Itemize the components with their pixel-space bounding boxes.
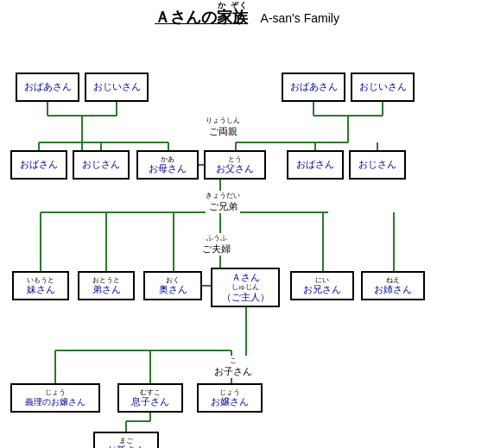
label-kyoudai: きょうだい ご兄弟: [206, 191, 240, 213]
label-okosan: こ お子さん: [214, 356, 252, 378]
title-area: Ａさんの家族か ぞく A-san's Family: [0, 0, 494, 28]
label-fuufu: ふうふ ご夫婦: [202, 233, 231, 256]
node-okusan: おく 奥さん: [143, 271, 202, 300]
node-asan: Ａさん しゅじん （ご主人）: [211, 268, 280, 307]
node-obaa1: おばあさん: [16, 73, 79, 102]
node-musukosan: むすこ 息子さん: [117, 383, 183, 413]
label-ryoushin: りょうしん ご両親: [206, 116, 240, 138]
node-oba1: おばさん: [10, 150, 67, 180]
node-ojii2: おじいさん: [351, 73, 415, 102]
tree-container: りょうしん ご両親 きょうだい ご兄弟 ふうふ ご夫婦 こ お子さん おばあさん…: [0, 31, 494, 437]
node-oji2: おじさん: [349, 150, 406, 180]
page: Ａさんの家族か ぞく A-san's Family: [0, 0, 494, 448]
node-okaasan: かあ お母さん: [136, 150, 199, 180]
node-ojii1: おじいさん: [85, 73, 149, 102]
node-girinokojo: じょう 義理のお嬢さん: [10, 383, 100, 413]
node-imouto: いもうと 妹さん: [12, 271, 69, 300]
node-otouto: おとうと 弟さん: [78, 271, 135, 300]
node-oneesan: ねえ お姉さん: [361, 271, 425, 300]
title-main: Ａさんの家族か ぞく: [155, 9, 248, 26]
node-otousan: とう お父さん: [204, 150, 266, 180]
node-obaa2: おばあさん: [282, 73, 345, 102]
node-oji1: おじさん: [73, 150, 130, 180]
node-ojousan: じょう お嬢さん: [197, 383, 263, 413]
node-oba2: おばさん: [287, 150, 344, 180]
title-english: A-san's Family: [261, 11, 339, 25]
node-oniisan: にい お兄さん: [290, 271, 354, 300]
node-omago: まご お孫さん: [93, 432, 159, 448]
